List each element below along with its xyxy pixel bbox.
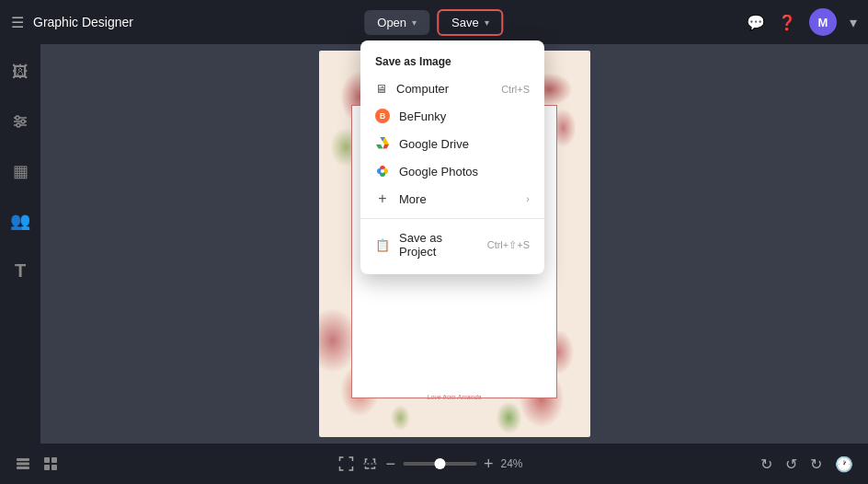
save-project-label: Save as Project bbox=[399, 231, 478, 259]
zoom-out-button[interactable]: − bbox=[385, 455, 395, 474]
dropdown-item-save-project[interactable]: 📋 Save as Project Ctrl+⇧+S bbox=[360, 225, 544, 265]
navbar: ☰ Graphic Designer Open ▾ Save ▾ 💬 ❓ M ▾ bbox=[0, 0, 868, 44]
svg-rect-16 bbox=[17, 463, 29, 466]
bottom-left bbox=[15, 455, 59, 472]
gdrive-label: Google Drive bbox=[399, 137, 469, 151]
dropdown-item-gphotos[interactable]: Google Photos bbox=[360, 157, 544, 185]
layers-button[interactable] bbox=[15, 455, 31, 472]
fit-screen-button[interactable] bbox=[337, 455, 354, 472]
dropdown-section-title: Save as Image bbox=[360, 50, 544, 75]
svg-rect-17 bbox=[17, 467, 29, 469]
sidebar: 🖼 ▦ 👥 T bbox=[0, 44, 40, 444]
svg-point-4 bbox=[21, 120, 25, 123]
bottom-center: − + 24% bbox=[337, 455, 530, 474]
navbar-center: Open ▾ Save ▾ bbox=[364, 9, 503, 36]
navbar-left: ☰ Graphic Designer bbox=[11, 14, 133, 31]
svg-rect-18 bbox=[44, 457, 50, 463]
sidebar-item-image[interactable]: 🖼 bbox=[4, 55, 37, 88]
computer-shortcut: Ctrl+S bbox=[501, 84, 530, 95]
redo-button[interactable]: ↻ bbox=[810, 455, 822, 473]
chat-icon[interactable]: 💬 bbox=[747, 14, 765, 31]
hamburger-icon[interactable]: ☰ bbox=[11, 14, 24, 31]
svg-rect-20 bbox=[44, 465, 50, 470]
zoom-thumb bbox=[434, 458, 445, 469]
befunky-label: BeFunky bbox=[399, 109, 446, 123]
plus-icon: + bbox=[375, 191, 390, 206]
undo-button[interactable]: ↺ bbox=[785, 455, 797, 473]
gphotos-label: Google Photos bbox=[399, 165, 478, 179]
sidebar-item-people[interactable]: 👥 bbox=[4, 204, 37, 237]
svg-rect-19 bbox=[51, 457, 57, 463]
save-project-shortcut: Ctrl+⇧+S bbox=[487, 239, 530, 251]
svg-point-5 bbox=[17, 123, 20, 127]
chevron-down-icon[interactable]: ▾ bbox=[850, 14, 857, 31]
rotate-cw-button[interactable]: ↻ bbox=[760, 455, 772, 473]
avatar[interactable]: M bbox=[809, 8, 837, 36]
computer-icon: 🖥 bbox=[375, 82, 387, 96]
more-arrow-icon: › bbox=[526, 193, 530, 204]
zoom-percentage: 24% bbox=[501, 457, 531, 470]
svg-point-14 bbox=[381, 169, 384, 173]
save-chevron-icon: ▾ bbox=[485, 17, 489, 28]
zoom-in-button[interactable]: + bbox=[484, 455, 494, 474]
dropdown-item-more[interactable]: + More › bbox=[360, 185, 544, 213]
gdrive-icon bbox=[375, 136, 390, 151]
svg-marker-7 bbox=[376, 144, 383, 149]
bottom-right: ↻ ↺ ↻ 🕐 bbox=[760, 455, 853, 473]
computer-label: Computer bbox=[396, 82, 449, 96]
svg-point-3 bbox=[16, 116, 19, 120]
sidebar-item-text[interactable]: T bbox=[4, 254, 37, 287]
svg-rect-21 bbox=[51, 465, 57, 470]
svg-marker-8 bbox=[383, 144, 390, 149]
dropdown-item-gdrive[interactable]: Google Drive bbox=[360, 130, 544, 157]
actual-size-button[interactable] bbox=[361, 455, 378, 472]
befunky-icon: B bbox=[375, 109, 390, 123]
navbar-right: 💬 ❓ M ▾ bbox=[747, 8, 857, 36]
gphotos-icon bbox=[375, 164, 390, 179]
svg-rect-15 bbox=[17, 458, 29, 461]
save-dropdown-menu: Save as Image 🖥 Computer Ctrl+S B BeFunk… bbox=[360, 40, 544, 274]
open-chevron-icon: ▾ bbox=[412, 17, 417, 28]
app-title: Graphic Designer bbox=[33, 15, 133, 29]
open-button[interactable]: Open ▾ bbox=[364, 10, 429, 35]
sidebar-item-layout[interactable]: ▦ bbox=[4, 155, 37, 188]
dropdown-item-befunky[interactable]: B BeFunky bbox=[360, 102, 544, 130]
grid-button[interactable] bbox=[42, 455, 59, 472]
bottom-toolbar: − + 24% ↻ ↺ ↻ 🕐 bbox=[0, 444, 868, 484]
dropdown-divider bbox=[360, 218, 544, 219]
sidebar-item-adjust[interactable] bbox=[4, 105, 37, 138]
dropdown-item-computer[interactable]: 🖥 Computer Ctrl+S bbox=[360, 75, 544, 102]
help-icon[interactable]: ❓ bbox=[778, 14, 796, 31]
history-button[interactable]: 🕐 bbox=[835, 455, 853, 473]
more-label: More bbox=[399, 192, 427, 206]
save-button[interactable]: Save ▾ bbox=[437, 9, 504, 36]
card-bottom-text: Love from Amanda bbox=[428, 394, 482, 400]
zoom-slider[interactable] bbox=[403, 462, 476, 466]
project-icon: 📋 bbox=[375, 237, 390, 252]
